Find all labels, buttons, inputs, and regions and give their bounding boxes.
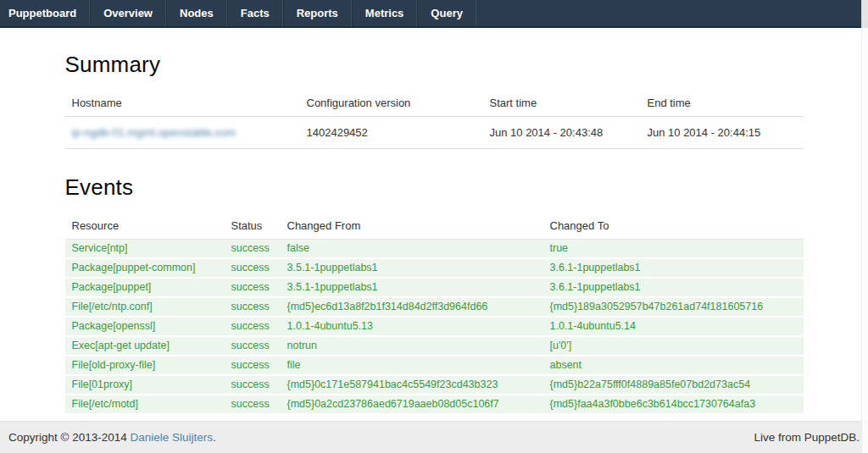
nav-item-nodes[interactable]: Nodes (166, 0, 227, 26)
event-row: File[/etc/ntp.conf] success {md5}ec6d13a… (65, 297, 804, 317)
event-status: success (225, 356, 281, 375)
event-row: Package[puppet] success 3.5.1-1puppetlab… (65, 278, 804, 297)
event-row: Package[openssl] success 1.0.1-4ubuntu5.… (65, 317, 804, 336)
event-changed-to: [u'0'] (543, 336, 804, 356)
event-changed-from: notrun (281, 336, 543, 356)
event-row: Service[ntp] success false true (65, 240, 804, 259)
event-changed-from: false (281, 240, 543, 259)
configuration-version-value: 1402429452 (300, 117, 483, 149)
summary-heading: Summary (65, 52, 804, 78)
event-status: success (225, 317, 281, 336)
live-status-text: Live from PuppetDB. (754, 431, 860, 444)
column-header-start-time: Start time (483, 90, 641, 117)
events-header-row: Resource Status Changed From Changed To (65, 213, 804, 240)
nav-item-query[interactable]: Query (417, 0, 476, 26)
summary-table: Hostname Configuration version Start tim… (65, 90, 804, 149)
column-header-hostname: Hostname (65, 90, 300, 117)
event-status: success (225, 336, 281, 356)
event-changed-to: 1.0.1-4ubuntu5.14 (543, 317, 804, 336)
event-row: File[old-proxy-file] success file absent (65, 356, 804, 375)
nav-item-facts[interactable]: Facts (227, 0, 283, 26)
summary-header-row: Hostname Configuration version Start tim… (65, 90, 804, 117)
hostname-link-blurred[interactable]: ip-ngdb-01.mgmt.openstable.com (72, 126, 236, 139)
nav-item-reports[interactable]: Reports (283, 0, 352, 26)
event-resource: File[/etc/motd] (65, 395, 225, 414)
event-changed-from: 3.5.1-1puppetlabs1 (281, 258, 543, 278)
column-header-changed-from: Changed From (281, 213, 543, 240)
event-changed-from: {md5}ec6d13a8f2b1f314d84d2ff3d964fd66 (281, 297, 543, 317)
event-changed-to: {md5}faa4a3f0bbe6c3b614bcc1730764afa3 (543, 395, 804, 414)
event-resource: File[/etc/ntp.conf] (65, 297, 225, 317)
event-changed-from: file (281, 356, 543, 375)
nav-brand-puppetboard[interactable]: Puppetboard (0, 0, 90, 26)
event-status: success (225, 258, 281, 278)
events-table: Resource Status Changed From Changed To … (65, 213, 804, 415)
event-row: File[01proxy] success {md5}0c171e587941b… (65, 375, 804, 395)
event-resource: Exec[apt-get update] (65, 336, 225, 356)
nav-item-metrics[interactable]: Metrics (352, 0, 418, 26)
event-changed-to: 3.6.1-1puppetlabs1 (543, 258, 804, 278)
main-content: Summary Hostname Configuration version S… (65, 52, 804, 415)
event-resource: Package[openssl] (65, 317, 225, 336)
event-status: success (225, 297, 281, 317)
event-row: File[/etc/motd] success {md5}0a2cd23786a… (65, 395, 804, 414)
copyright-text: Copyright © 2013-2014 Daniele Sluijters. (8, 431, 216, 444)
column-header-status: Status (225, 213, 281, 240)
event-resource: Package[puppet-common] (65, 258, 225, 278)
summary-row: ip-ngdb-01.mgmt.openstable.com 140242945… (65, 117, 804, 149)
vertical-scrollbar-track[interactable] (861, 0, 868, 453)
event-changed-from: 1.0.1-4ubuntu5.13 (281, 317, 543, 336)
copyright-suffix: . (213, 431, 216, 444)
event-resource: Package[puppet] (65, 278, 225, 297)
navbar: Puppetboard Overview Nodes Facts Reports… (0, 0, 868, 28)
event-changed-to: true (543, 240, 804, 259)
events-heading: Events (65, 174, 804, 201)
column-header-configuration-version: Configuration version (300, 90, 483, 117)
event-resource: File[01proxy] (65, 375, 225, 395)
start-time-value: Jun 10 2014 - 20:43:48 (483, 117, 641, 149)
event-changed-from: 3.5.1-1puppetlabs1 (281, 278, 543, 297)
footer: Copyright © 2013-2014 Daniele Sluijters.… (0, 421, 868, 453)
column-header-end-time: End time (641, 90, 804, 117)
nav-item-overview[interactable]: Overview (90, 0, 166, 26)
author-link[interactable]: Daniele Sluijters (131, 431, 214, 444)
event-changed-to: absent (543, 356, 804, 375)
copyright-prefix: Copyright © 2013-2014 (8, 431, 131, 444)
end-time-value: Jun 10 2014 - 20:44:15 (641, 117, 804, 149)
event-status: success (225, 395, 281, 414)
event-changed-from: {md5}0c171e587941bac4c5549f23cd43b323 (281, 375, 543, 395)
event-status: success (225, 375, 281, 395)
event-status: success (225, 240, 281, 259)
event-row: Exec[apt-get update] success notrun [u'0… (65, 336, 804, 356)
event-changed-to: {md5}189a3052957b47b261ad74f181605716 (543, 297, 804, 317)
event-changed-to: 3.6.1-1puppetlabs1 (543, 278, 804, 297)
column-header-changed-to: Changed To (543, 213, 804, 240)
column-header-resource: Resource (65, 213, 225, 240)
event-changed-to: {md5}b22a75fff0f4889a85fe07bd2d73ac54 (543, 375, 804, 395)
event-status: success (225, 278, 281, 297)
event-resource: File[old-proxy-file] (65, 356, 225, 375)
event-row: Package[puppet-common] success 3.5.1-1pu… (65, 258, 804, 278)
event-changed-from: {md5}0a2cd23786aed6719aaeb08d05c106f7 (281, 395, 543, 414)
event-resource: Service[ntp] (65, 240, 225, 259)
